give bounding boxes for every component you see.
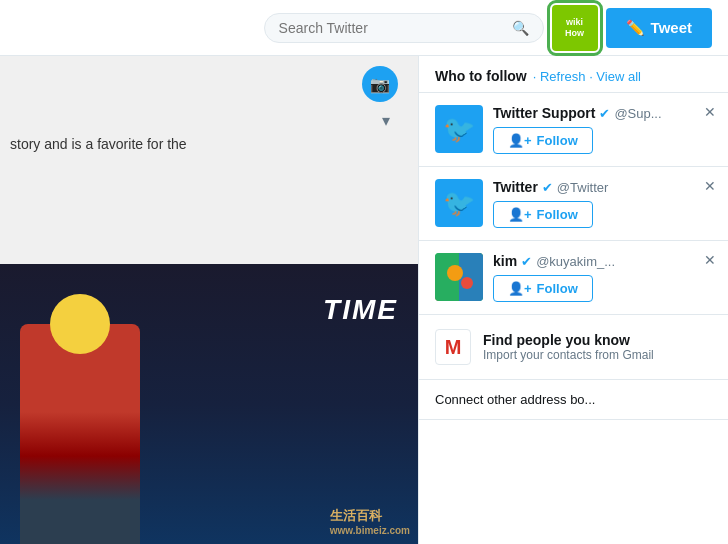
navbar: 🔍 wikiHow ✏️ Tweet xyxy=(0,0,728,56)
connect-link-section: Connect other address bo... xyxy=(419,380,728,420)
follow-icon-3: 👤+ xyxy=(508,281,532,296)
performer-figure xyxy=(20,324,140,544)
handle-twitter-support: @Sup... xyxy=(614,106,661,121)
follow-button-kim[interactable]: 👤+ Follow xyxy=(493,275,593,302)
left-column: 📷 ▾ story and is a favorite for the TIME… xyxy=(0,56,418,544)
find-people-subtitle: Import your contacts from Gmail xyxy=(483,348,654,362)
find-people-section: M Find people you know Import your conta… xyxy=(419,315,728,380)
main-content: 📷 ▾ story and is a favorite for the TIME… xyxy=(0,56,728,544)
wtf-header-links: · Refresh · View all xyxy=(533,69,641,84)
user-info-twitter: Twitter ✔ @Twitter 👤+ Follow xyxy=(493,179,712,228)
suggestion-twitter-support: 🐦 Twitter Support ✔ @Sup... 👤+ Follow ✕ xyxy=(419,93,728,167)
tweet-button[interactable]: ✏️ Tweet xyxy=(606,8,712,48)
suggestion-kim: kim ✔ @kuyakim_... 👤+ Follow ✕ xyxy=(419,241,728,315)
view-all-link[interactable]: View all xyxy=(596,69,641,84)
camera-icon-area: 📷 xyxy=(362,66,398,102)
follow-label-1: Follow xyxy=(537,133,578,148)
follow-label-3: Follow xyxy=(537,281,578,296)
user-name-row-3: kim ✔ @kuyakim_... xyxy=(493,253,712,269)
search-input[interactable] xyxy=(279,20,504,36)
display-name-twitter-support: Twitter Support xyxy=(493,105,595,121)
avatar-kim xyxy=(435,253,483,301)
follow-button-twitter[interactable]: 👤+ Follow xyxy=(493,201,593,228)
find-people-title: Find people you know xyxy=(483,332,654,348)
verified-badge-twitter-support: ✔ xyxy=(599,106,610,121)
wtf-title: Who to follow xyxy=(435,68,527,84)
camera-icon[interactable]: 📷 xyxy=(362,66,398,102)
tweet-label: Tweet xyxy=(651,19,692,36)
svg-rect-1 xyxy=(459,253,483,301)
search-container: 🔍 xyxy=(264,13,544,43)
avatar-twitter-support: 🐦 xyxy=(435,105,483,153)
svg-point-2 xyxy=(447,265,463,281)
user-name-row-2: Twitter ✔ @Twitter xyxy=(493,179,712,195)
connect-link-text[interactable]: Connect other address bo... xyxy=(435,392,595,407)
display-name-kim: kim xyxy=(493,253,517,269)
story-text: story and is a favorite for the xyxy=(0,136,418,152)
tweet-icon: ✏️ xyxy=(626,19,645,37)
twitter-bird-icon-2: 🐦 xyxy=(443,188,475,219)
follow-label-2: Follow xyxy=(537,207,578,222)
dismiss-button-kim[interactable]: ✕ xyxy=(704,253,716,267)
gmail-icon: M xyxy=(435,329,471,365)
follow-icon-2: 👤+ xyxy=(508,207,532,222)
wtf-header: Who to follow · Refresh · View all xyxy=(419,56,728,93)
user-info-kim: kim ✔ @kuyakim_... 👤+ Follow xyxy=(493,253,712,302)
kim-avatar-svg xyxy=(435,253,483,301)
suggestion-twitter: 🐦 Twitter ✔ @Twitter 👤+ Follow ✕ xyxy=(419,167,728,241)
dismiss-button-twitter-support[interactable]: ✕ xyxy=(704,105,716,119)
right-column: Who to follow · Refresh · View all 🐦 Twi… xyxy=(418,56,728,544)
user-name-row: Twitter Support ✔ @Sup... xyxy=(493,105,712,121)
display-name-twitter: Twitter xyxy=(493,179,538,195)
user-info-twitter-support: Twitter Support ✔ @Sup... 👤+ Follow xyxy=(493,105,712,154)
follow-button-twitter-support[interactable]: 👤+ Follow xyxy=(493,127,593,154)
avatar-twitter: 🐦 xyxy=(435,179,483,227)
handle-kim: @kuyakim_... xyxy=(536,254,615,269)
wikihow-logo: wikiHow xyxy=(552,5,598,51)
dismiss-button-twitter[interactable]: ✕ xyxy=(704,179,716,193)
svg-point-3 xyxy=(461,277,473,289)
refresh-link[interactable]: Refresh xyxy=(540,69,586,84)
verified-badge-kim: ✔ xyxy=(521,254,532,269)
wikihow-text: wikiHow xyxy=(565,17,584,39)
chevron-down-icon[interactable]: ▾ xyxy=(382,111,390,130)
handle-twitter: @Twitter xyxy=(557,180,608,195)
find-people-text: Find people you know Import your contact… xyxy=(483,332,654,362)
follow-icon-1: 👤+ xyxy=(508,133,532,148)
watermark: 生活百科 www.bimeiz.com xyxy=(330,507,410,536)
verified-badge-twitter: ✔ xyxy=(542,180,553,195)
search-icon: 🔍 xyxy=(512,20,529,36)
time-logo: TIME xyxy=(323,294,398,326)
performance-image: TIME 生活百科 www.bimeiz.com xyxy=(0,264,418,544)
twitter-bird-icon: 🐦 xyxy=(443,114,475,145)
